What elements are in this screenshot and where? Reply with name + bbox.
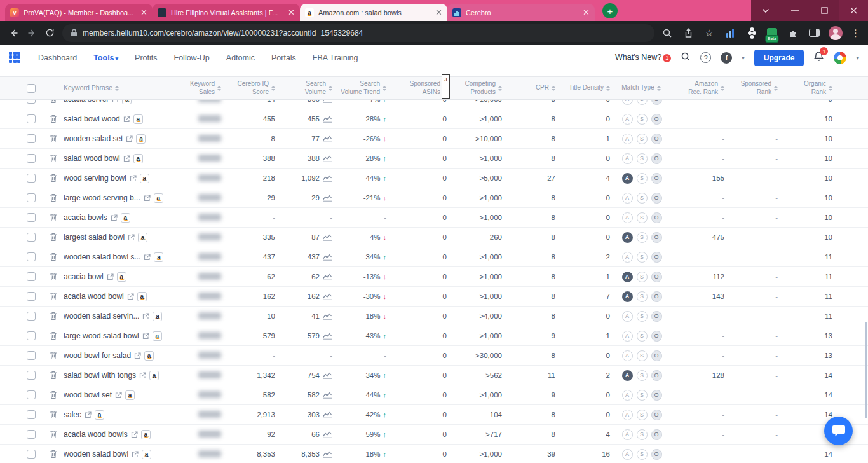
external-link-icon[interactable] xyxy=(107,273,114,280)
whats-new-link[interactable]: What's New?1 xyxy=(615,53,671,62)
extension-beta-icon[interactable]: Beta xyxy=(766,27,778,39)
amazon-icon[interactable]: a xyxy=(136,134,146,144)
external-link-icon[interactable] xyxy=(132,451,139,458)
row-checkbox[interactable] xyxy=(27,154,36,163)
delete-keyword-button[interactable] xyxy=(43,272,64,281)
delete-keyword-button[interactable] xyxy=(43,430,64,439)
maximize-icon[interactable] xyxy=(810,0,839,21)
delete-keyword-button[interactable] xyxy=(43,154,64,163)
minimize-icon[interactable] xyxy=(780,0,810,21)
search-volume-graph-icon[interactable] xyxy=(322,371,332,379)
search-volume-graph-icon[interactable] xyxy=(322,411,332,418)
amazon-icon[interactable]: a xyxy=(138,233,147,242)
col-header-keyword-phrase[interactable]: Keyword Phrase xyxy=(64,84,184,92)
chevron-down-icon[interactable]: ▾ xyxy=(742,55,745,61)
select-all-checkbox[interactable] xyxy=(27,84,36,93)
search-volume-graph-icon[interactable] xyxy=(322,312,332,320)
search-icon[interactable] xyxy=(681,52,691,64)
external-link-icon[interactable] xyxy=(123,155,130,162)
apps-grid-icon[interactable] xyxy=(834,52,846,64)
delete-keyword-button[interactable] xyxy=(43,331,64,340)
amazon-icon[interactable]: a xyxy=(133,154,143,163)
delete-keyword-button[interactable] xyxy=(43,292,64,301)
search-volume-graph-icon[interactable] xyxy=(322,391,332,399)
browser-tab-cerebro[interactable]: Cerebro ✕ xyxy=(447,4,595,21)
forward-icon[interactable] xyxy=(23,24,41,42)
col-header-search-volume-trend[interactable]: SearchVolume Trend xyxy=(334,80,388,96)
amazon-icon[interactable]: a xyxy=(95,410,104,420)
amazon-icon[interactable]: a xyxy=(125,390,135,400)
col-header-title-density[interactable]: Title Density xyxy=(557,84,611,92)
search-volume-graph-icon[interactable] xyxy=(322,450,332,458)
amazon-icon[interactable]: a xyxy=(154,252,163,262)
search-volume-graph-icon[interactable] xyxy=(322,194,332,202)
extensions-puzzle-icon[interactable] xyxy=(787,27,799,39)
col-header-sponsored-rank[interactable]: SponsoredRank xyxy=(726,80,779,96)
col-header-amazon-rec-rank[interactable]: AmazonRec. Rank xyxy=(672,80,726,96)
col-header-organic-rank[interactable]: OrganicRank xyxy=(779,80,834,96)
row-checkbox[interactable] xyxy=(27,272,36,281)
delete-keyword-button[interactable] xyxy=(43,312,64,321)
row-checkbox[interactable] xyxy=(27,174,36,183)
row-checkbox[interactable] xyxy=(27,430,36,439)
search-volume-graph-icon[interactable] xyxy=(322,174,332,182)
search-volume-graph-icon[interactable] xyxy=(322,253,332,261)
search-volume-graph-icon[interactable] xyxy=(322,233,332,241)
upgrade-button[interactable]: Upgrade xyxy=(754,50,804,66)
row-checkbox[interactable] xyxy=(27,390,36,399)
nav-portals[interactable]: Portals xyxy=(271,53,296,62)
row-checkbox[interactable] xyxy=(27,233,36,242)
row-checkbox[interactable] xyxy=(27,114,36,123)
nav-follow-up[interactable]: Follow-Up xyxy=(174,53,210,62)
row-checkbox[interactable] xyxy=(27,213,36,222)
search-volume-graph-icon[interactable] xyxy=(322,155,332,162)
row-checkbox[interactable] xyxy=(27,193,36,202)
external-link-icon[interactable] xyxy=(85,411,92,418)
external-link-icon[interactable] xyxy=(111,214,118,221)
amazon-icon[interactable]: a xyxy=(117,272,126,282)
amazon-icon[interactable]: a xyxy=(122,100,132,104)
row-checkbox[interactable] xyxy=(27,351,36,360)
nav-fba-training[interactable]: FBA Training xyxy=(313,53,358,62)
vertical-scrollbar[interactable] xyxy=(865,322,867,418)
browser-tab-prova[interactable]: V ProVA(FAQ) - Member - Dashboa... ✕ xyxy=(5,4,153,21)
search-volume-graph-icon[interactable] xyxy=(322,293,332,300)
notifications-bell-icon[interactable]: 1 xyxy=(813,51,824,64)
amazon-icon[interactable]: a xyxy=(153,312,162,321)
delete-keyword-button[interactable] xyxy=(43,252,64,261)
col-header-cpr[interactable]: CPR xyxy=(503,84,557,92)
share-icon[interactable] xyxy=(682,27,695,39)
delete-keyword-button[interactable] xyxy=(43,371,64,380)
col-header-match-type[interactable]: Match Type xyxy=(611,84,672,92)
search-volume-graph-icon[interactable] xyxy=(322,332,332,340)
external-link-icon[interactable] xyxy=(144,254,151,261)
amazon-icon[interactable]: a xyxy=(142,450,151,459)
delete-keyword-button[interactable] xyxy=(43,233,64,242)
amazon-icon[interactable]: a xyxy=(140,174,149,183)
external-link-icon[interactable] xyxy=(142,333,149,340)
delete-keyword-button[interactable] xyxy=(43,114,64,123)
amazon-icon[interactable]: a xyxy=(137,292,147,301)
nav-profits[interactable]: Profits xyxy=(135,53,157,62)
row-checkbox[interactable] xyxy=(27,450,36,459)
extension-chart-icon[interactable] xyxy=(724,27,736,39)
refresh-icon[interactable] xyxy=(41,24,58,42)
delete-keyword-button[interactable] xyxy=(43,450,64,459)
facebook-icon[interactable]: f xyxy=(721,52,732,64)
search-volume-graph-icon[interactable] xyxy=(322,273,332,280)
col-header-search-volume[interactable]: SearchVolume xyxy=(276,80,334,96)
lens-search-icon[interactable] xyxy=(661,27,674,39)
row-checkbox[interactable] xyxy=(27,292,36,301)
bookmark-star-icon[interactable]: ☆ xyxy=(703,27,715,39)
delete-keyword-button[interactable] xyxy=(43,390,64,399)
browser-tab-amazon[interactable]: a Amazon.com : salad bowls ✕ xyxy=(300,4,447,21)
delete-keyword-button[interactable] xyxy=(43,100,64,104)
address-bar[interactable]: members.helium10.com/cerebro/amazon/view… xyxy=(62,24,654,42)
external-link-icon[interactable] xyxy=(128,234,135,241)
external-link-icon[interactable] xyxy=(142,313,149,320)
extension-flower-icon[interactable] xyxy=(745,27,757,39)
delete-keyword-button[interactable] xyxy=(43,213,64,222)
row-checkbox[interactable] xyxy=(27,312,36,321)
external-link-icon[interactable] xyxy=(127,293,134,300)
amazon-icon[interactable]: a xyxy=(133,114,143,124)
